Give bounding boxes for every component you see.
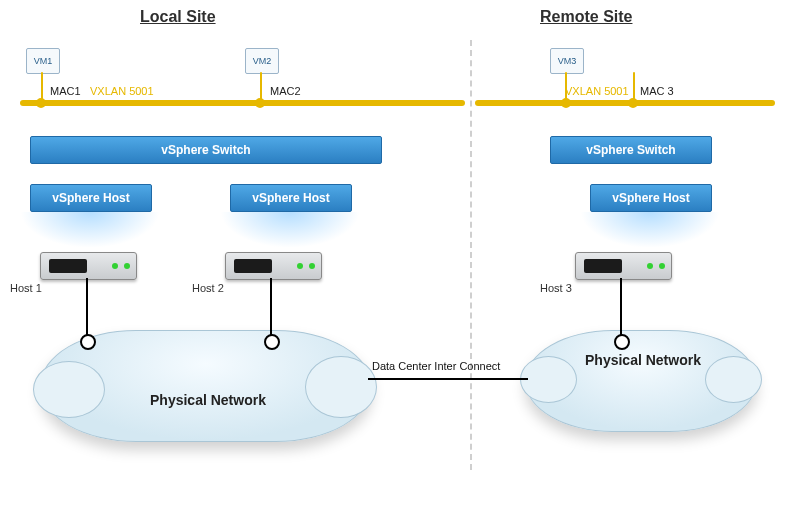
mac3-label: MAC 3 [640, 85, 674, 97]
mac1-label: MAC1 [50, 85, 81, 97]
mac3-stem [633, 72, 635, 100]
bus-node-vm1 [36, 98, 46, 108]
host2-label: Host 2 [192, 282, 224, 294]
vsphere-switch-remote: vSphere Switch [550, 136, 712, 164]
cloud-local-puff-right [305, 356, 377, 418]
vm3-box: VM3 [550, 48, 584, 74]
host1-label: Host 1 [10, 282, 42, 294]
cloud-remote [525, 330, 757, 432]
vsphere-host-3: vSphere Host [590, 184, 712, 212]
remote-site-title: Remote Site [540, 8, 632, 26]
vm1-box: VM1 [26, 48, 60, 74]
cloud-local-label: Physical Network [150, 392, 266, 408]
bus-node-vm3 [561, 98, 571, 108]
vsphere-host-1: vSphere Host [30, 184, 152, 212]
server-host1-icon [40, 252, 137, 280]
site-divider [470, 40, 472, 470]
vxlan-bus-remote [475, 100, 775, 106]
vxlan-label-remote: VXLAN 5001 [565, 85, 629, 97]
dci-link-label: Data Center Inter Connect [372, 360, 500, 372]
host3-drop-line [620, 278, 622, 340]
host1-glow [20, 212, 160, 248]
host3-port-icon [614, 334, 630, 350]
bus-node-vm2 [255, 98, 265, 108]
cloud-remote-puff-right [705, 356, 762, 403]
local-site-title: Local Site [140, 8, 216, 26]
vsphere-switch-local: vSphere Switch [30, 136, 382, 164]
vm2-box: VM2 [245, 48, 279, 74]
cloud-local-puff-left [33, 361, 105, 418]
cloud-remote-puff-left [520, 356, 577, 403]
host2-drop-line [270, 278, 272, 340]
host3-label: Host 3 [540, 282, 572, 294]
cloud-remote-label: Physical Network [585, 352, 701, 368]
host3-glow [580, 212, 720, 248]
vm2-stem [260, 72, 262, 100]
vxlan-label-local: VXLAN 5001 [90, 85, 154, 97]
host2-port-icon [264, 334, 280, 350]
mac2-label: MAC2 [270, 85, 301, 97]
vxlan-bus-local [20, 100, 465, 106]
vm1-stem [41, 72, 43, 100]
host2-glow [220, 212, 360, 248]
server-host2-icon [225, 252, 322, 280]
host1-port-icon [80, 334, 96, 350]
bus-node-mac3 [628, 98, 638, 108]
vsphere-host-2: vSphere Host [230, 184, 352, 212]
server-host3-icon [575, 252, 672, 280]
diagram-stage: Local Site Remote Site VM1 VM2 VM3 MAC1 … [0, 0, 800, 517]
dci-link-line [368, 378, 528, 380]
host1-drop-line [86, 278, 88, 340]
